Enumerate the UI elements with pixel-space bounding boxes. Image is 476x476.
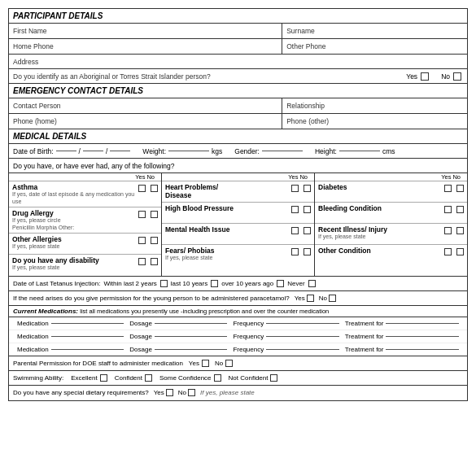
frequency1-value[interactable] [266, 323, 339, 324]
med2-value[interactable] [51, 336, 124, 337]
swimming-excellent-label: Excellent [71, 374, 97, 382]
contact-row: Contact Person Relationship [9, 98, 467, 114]
drug-allergy-sub: If yes, please circle [12, 217, 138, 224]
surname-label: Surname [286, 27, 315, 35]
disability-no-cb[interactable] [151, 258, 158, 265]
disability-yes-cb[interactable] [138, 258, 146, 265]
tetanus-within2-cb[interactable] [160, 280, 168, 287]
tetanus-last10-cb[interactable] [211, 280, 218, 287]
dob-year[interactable] [110, 151, 130, 151]
other-allergies-yes-cb[interactable] [138, 237, 146, 244]
bleeding-yes-cb[interactable] [444, 206, 452, 213]
med3-value[interactable] [51, 349, 124, 350]
treatment3-value[interactable] [386, 349, 459, 350]
dob-month[interactable] [83, 151, 103, 151]
swimming-label: Swimming Ability: [13, 374, 63, 382]
other-condition-name: Other Condition [318, 247, 371, 255]
tetanus-over10-label: over 10 years ago [221, 280, 273, 287]
cms-label: cms [382, 147, 395, 155]
disability-sub: If yes, please state [12, 264, 138, 271]
parental-yes-cb[interactable] [202, 360, 209, 367]
paracetamol-row: If the need arises do you give permissio… [9, 291, 467, 306]
weight-value[interactable] [168, 151, 209, 151]
relationship-label: Relationship [286, 102, 325, 110]
parental-no-cb[interactable] [225, 360, 233, 367]
recent-illness-yes-cb[interactable] [444, 227, 452, 234]
drug-allergy-yes-cb[interactable] [138, 211, 146, 218]
hbp-no-cb[interactable] [304, 206, 311, 213]
med2-label: Medication [17, 333, 49, 340]
aboriginal-yes-label: Yes [406, 72, 417, 81]
other-condition-label: Other Condition [318, 247, 444, 255]
mental-health-row: Mental Health Issue [162, 224, 314, 245]
heart-name: Heart Problems/Disease [165, 183, 218, 199]
aboriginal-no-checkbox[interactable] [453, 72, 461, 81]
frequency2-value[interactable] [266, 336, 339, 337]
dosage2-value[interactable] [155, 336, 228, 337]
parental-no-label: No [215, 360, 223, 367]
other-phone-label: Other Phone [286, 42, 325, 50]
other-allergies-label: Other Allergies If yes, please state [12, 235, 138, 251]
dietary-no-cb[interactable] [188, 389, 195, 396]
hbp-yes-cb[interactable] [291, 206, 299, 213]
drug-allergy-no-cb[interactable] [151, 211, 158, 218]
col1-no-header: No [146, 173, 155, 181]
diabetes-no-cb[interactable] [456, 185, 464, 192]
gender-field: Gender: [234, 147, 303, 155]
first-name-cell: First Name [9, 24, 282, 38]
diabetes-name: Diabetes [318, 183, 347, 191]
treatment2-value[interactable] [386, 336, 459, 337]
mental-health-no-cb[interactable] [304, 227, 311, 234]
frequency2-label: Frequency [233, 333, 264, 340]
bleeding-name: Bleeding Condition [318, 204, 382, 212]
med1-label: Medication [17, 320, 49, 327]
dob-day[interactable] [56, 151, 76, 151]
surname-cell: Surname [282, 24, 467, 38]
current-meds-header: Current Medications: list all medication… [9, 306, 467, 317]
col1-yes-header: Yes [135, 173, 145, 181]
height-value[interactable] [339, 151, 380, 151]
tetanus-over10-cb[interactable] [277, 280, 284, 287]
treatment2-label: Treatment for [345, 333, 384, 340]
paracetamol-no-cb[interactable] [329, 295, 336, 302]
recent-illness-no-cb[interactable] [456, 227, 464, 234]
drug-allergy-options: Penicillin Morphia Other: [12, 225, 138, 231]
asthma-yes-cb[interactable] [138, 185, 146, 192]
other-condition-no-cb[interactable] [456, 248, 464, 255]
swimming-some-cb[interactable] [214, 374, 221, 382]
dosage3-value[interactable] [155, 349, 228, 350]
conditions-col2: Yes No Heart Problems/Disease High Blood… [162, 173, 315, 276]
dosage1-value[interactable] [155, 323, 228, 324]
other-allergies-no-cb[interactable] [151, 237, 158, 244]
treatment1-value[interactable] [386, 323, 459, 324]
other-allergies-sub: If yes, please state [12, 243, 138, 250]
swimming-confident-label: Confident [115, 374, 142, 382]
fears-no-cb[interactable] [304, 248, 311, 255]
parental-label: Parental Permission for DOE staff to adm… [13, 360, 183, 367]
dietary-yes-cb[interactable] [166, 389, 173, 396]
frequency3-value[interactable] [266, 349, 339, 350]
diabetes-yes-cb[interactable] [444, 185, 452, 192]
med1-value[interactable] [51, 323, 124, 324]
paracetamol-yes-cb[interactable] [307, 295, 314, 302]
disability-label: Do you have any disability If yes, pleas… [12, 256, 138, 272]
other-condition-yes-cb[interactable] [444, 248, 452, 255]
drug-allergy-name: Drug Allergy [12, 209, 54, 217]
gender-value[interactable] [262, 151, 303, 151]
bleeding-no-cb[interactable] [456, 206, 464, 213]
fears-yes-cb[interactable] [291, 248, 299, 255]
swimming-not-cb[interactable] [270, 374, 277, 382]
emergency-phone-row: Phone (home) Phone (other) [9, 114, 467, 129]
aboriginal-yes-checkbox[interactable] [421, 72, 429, 81]
participant-details-header: PARTICIPANT DETAILS [9, 9, 467, 24]
mental-health-yes-cb[interactable] [291, 227, 299, 234]
swimming-confident-cb[interactable] [145, 374, 152, 382]
asthma-no-cb[interactable] [151, 185, 158, 192]
heart-yes-cb[interactable] [291, 185, 299, 192]
tetanus-never-cb[interactable] [308, 280, 316, 287]
dietary-yes-label: Yes [154, 389, 164, 396]
heart-no-cb[interactable] [304, 185, 311, 192]
swimming-excellent-cb[interactable] [100, 374, 107, 382]
mental-health-name: Mental Health Issue [165, 225, 229, 234]
paracetamol-label: If the need arises do you give permissio… [13, 295, 290, 302]
